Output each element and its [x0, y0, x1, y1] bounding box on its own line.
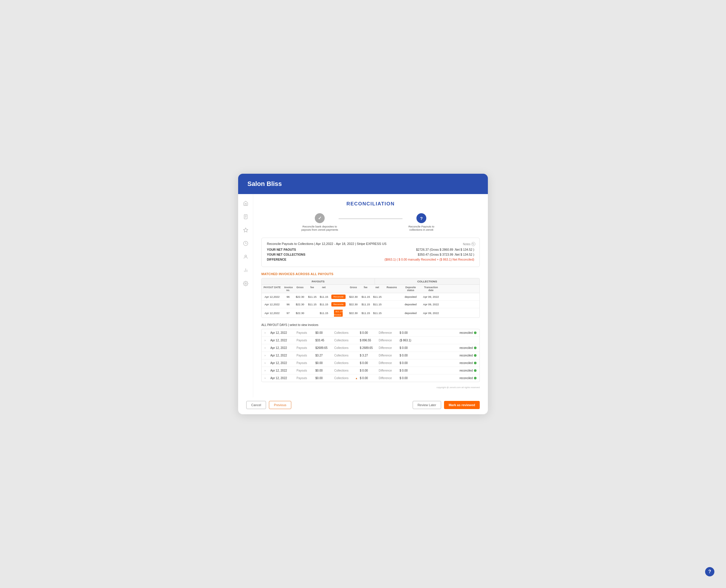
- col-col-net: net: [371, 285, 383, 293]
- matched-invoices-table: PAYOUTS COLLECTIONS PAYOUT DATE Invoice …: [261, 278, 480, 318]
- pr7-flag: ▲: [355, 377, 360, 380]
- payout-days-label: ALL PAYOUT DAYS: [261, 323, 287, 327]
- mr3-col-net: $11.15: [371, 310, 383, 316]
- pr1-col-val: $ 0.00: [360, 331, 379, 334]
- pr7-status: reconciled: [460, 377, 476, 380]
- pr4-date: Apr 12, 2022: [270, 354, 297, 357]
- pr5-payouts-label: Payouts: [297, 361, 315, 364]
- mark-as-reviewed-button[interactable]: Mark as reviewed: [444, 401, 480, 409]
- pr4-col-val: $ 3.27: [360, 354, 379, 357]
- pr7-diff-label: Difference: [379, 377, 400, 380]
- footer-right-buttons: Review Later Mark as reviewed: [413, 401, 480, 409]
- col-col-fee: fee: [360, 285, 371, 293]
- difference-label: DIFFERENCE: [267, 258, 286, 261]
- payouts-group-header: PAYOUTS: [262, 278, 375, 285]
- sidebar-item-gear[interactable]: [242, 280, 249, 287]
- step2-label: Reconcile Payouts to collections in zeno…: [403, 225, 440, 231]
- mr2-col-fee: $11.15: [360, 301, 371, 307]
- sidebar-item-user[interactable]: [242, 253, 249, 260]
- reconciled-dot-6: [474, 369, 476, 372]
- page-title: RECONCILIATION: [261, 201, 480, 207]
- col-payout-date: PAYOUT DATE: [262, 285, 282, 293]
- payout-row-2[interactable]: › Apr 12, 2022 Payouts $33.45 Collection…: [262, 337, 479, 344]
- payout-row-5[interactable]: › Apr 12, 2022 Payouts $0.00 Collections…: [262, 359, 479, 367]
- help-button[interactable]: ?: [705, 567, 714, 576]
- cancel-button[interactable]: Cancel: [246, 401, 266, 409]
- pr6-status: reconciled: [460, 369, 476, 372]
- col-fee: fee: [306, 285, 318, 293]
- mr3-btn[interactable]: $11.15 Invoice: [329, 308, 347, 317]
- mr2-payout-date: Apr 12,2022: [262, 301, 282, 307]
- pr2-diff-val: ($ 863.1): [400, 339, 419, 342]
- col-invoice-no: Invoice no.: [282, 285, 294, 293]
- chevron-icon-3: ›: [264, 346, 269, 350]
- mr2-reasons: [383, 303, 401, 306]
- collections-group-header: COLLECTIONS: [375, 278, 479, 285]
- pr1-date: Apr 12, 2022: [270, 331, 297, 334]
- reconciled-dot-7: [474, 377, 476, 379]
- reconciled-dot-5: [474, 362, 476, 364]
- payout-days-table: › Apr 12, 2022 Payouts $0.00 Collections…: [261, 329, 480, 382]
- sidebar: [238, 194, 253, 397]
- net-collections-label: YOUR NET COLLECTIONS: [267, 253, 305, 256]
- pr5-col-val: $ 0.00: [360, 361, 379, 364]
- mr1-reasons: [383, 295, 401, 298]
- pr7-collections-label: Collections: [334, 377, 355, 380]
- matched-group-headers: PAYOUTS COLLECTIONS: [262, 278, 479, 285]
- mr2-trans-date: Apr 09, 2022: [421, 301, 441, 307]
- sidebar-item-home[interactable]: [242, 200, 249, 207]
- pr7-diff-val: $ 0.00: [400, 377, 419, 380]
- payout-row-7[interactable]: › Apr 12, 2022 Payouts $0.00 Collections…: [262, 375, 479, 382]
- step1-circle: ✓: [315, 213, 325, 223]
- mr1-btn[interactable]: Reconcile: [329, 293, 347, 300]
- mr2-btn[interactable]: Reconcile: [329, 301, 347, 308]
- copyright-text: copyright @ zenoti.com all rights reserv…: [261, 386, 480, 389]
- sidebar-item-clock[interactable]: [242, 240, 249, 247]
- notes-button[interactable]: Notes ↻: [463, 242, 475, 246]
- sidebar-item-chart[interactable]: [242, 267, 249, 274]
- matched-row-2: Apr 12,2022 96 $22.30 $11.15 $11.15 Reco…: [262, 301, 479, 308]
- review-later-button[interactable]: Review Later: [413, 401, 441, 409]
- pr5-payouts-val: $0.00: [315, 361, 334, 364]
- pr5-date: Apr 12, 2022: [270, 361, 297, 364]
- payout-row-1[interactable]: › Apr 12, 2022 Payouts $0.00 Collections…: [262, 329, 479, 337]
- pr1-status: reconciled: [460, 331, 476, 334]
- col-gross: Gross: [294, 285, 306, 293]
- mr3-gross: $22.30: [294, 310, 306, 316]
- pr6-collections-label: Collections: [334, 369, 355, 372]
- col-net: net: [318, 285, 329, 293]
- payout-row-3[interactable]: › Apr 12, 2022 Payouts $2689.65 Collecti…: [262, 344, 479, 352]
- col-reasons: Reasons: [383, 285, 401, 293]
- mr3-col-gross: $22.30: [347, 310, 360, 316]
- sidebar-item-star[interactable]: [242, 227, 249, 234]
- reconciled-dot-4: [474, 354, 476, 357]
- sidebar-item-document[interactable]: [242, 213, 249, 220]
- mr2-net: $11.15: [318, 301, 329, 307]
- pr1-collections-label: Collections: [334, 331, 355, 334]
- reconcile-btn-2[interactable]: Reconcile: [332, 302, 346, 307]
- pr3-diff-label: Difference: [379, 346, 400, 350]
- mr1-col-fee: $11.15: [360, 294, 371, 300]
- pr1-payouts-val: $0.00: [315, 331, 334, 334]
- payout-row-6[interactable]: › Apr 12, 2022 Payouts $0.00 Collections…: [262, 367, 479, 375]
- chevron-icon-2: ›: [264, 339, 269, 342]
- payout-row-4[interactable]: › Apr 12, 2022 Payouts $3.27 Collections…: [262, 352, 479, 359]
- pr6-date: Apr 12, 2022: [270, 369, 297, 372]
- pr5-collections-label: Collections: [334, 361, 355, 364]
- pr2-payouts-val: $33.45: [315, 339, 334, 342]
- pr7-payouts-label: Payouts: [297, 377, 315, 380]
- mr2-gross: $22.30: [294, 301, 306, 307]
- reconcile-btn-1[interactable]: Reconcile: [332, 295, 346, 299]
- pr7-col-val: $ 0.00: [360, 377, 379, 380]
- mr3-invoice-no: 97: [282, 310, 294, 316]
- reconciled-dot-3: [474, 346, 476, 349]
- pr1-diff-label: Difference: [379, 331, 400, 334]
- reconciled-dot-1: [474, 332, 476, 334]
- net-payouts-value: $2726.37 (Gross $ 2860.89 .Net $ 134.52 …: [416, 248, 474, 251]
- app-header: Salon Bliss: [238, 174, 488, 194]
- previous-button[interactable]: Previous: [269, 401, 291, 409]
- notes-label: Notes: [463, 243, 470, 246]
- steps-indicator: ✓ Reconcile bank deposites to payouts fr…: [261, 213, 480, 231]
- pr5-status: reconciled: [460, 361, 476, 364]
- svg-marker-4: [243, 228, 248, 232]
